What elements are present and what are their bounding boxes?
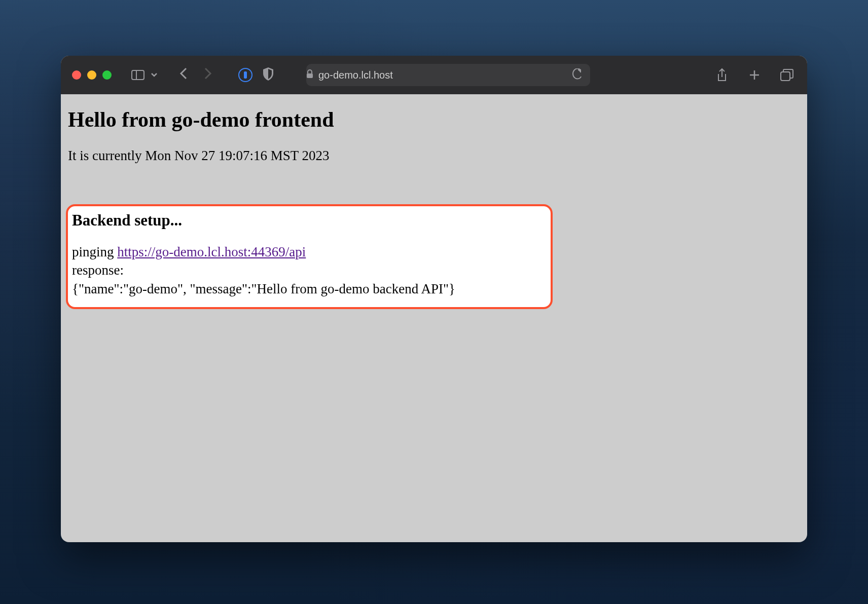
timestamp-value: Mon Nov 27 19:07:16 MST 2023 [145, 148, 329, 163]
response-label: response: [72, 261, 547, 279]
onepassword-extension-icon[interactable] [238, 68, 252, 82]
back-button[interactable] [176, 66, 191, 84]
svg-rect-6 [781, 72, 790, 81]
page-content: Hello from go-demo frontend It is curren… [61, 94, 807, 322]
svg-rect-0 [132, 70, 144, 80]
response-body: {"name":"go-demo", "message":"Hello from… [72, 280, 547, 298]
new-tab-button[interactable] [745, 66, 764, 84]
timestamp-prefix: It is currently [68, 148, 145, 163]
close-window-button[interactable] [72, 70, 81, 80]
forward-button[interactable] [201, 66, 215, 84]
page-title: Hello from go-demo frontend [68, 107, 800, 132]
address-bar[interactable]: go-demo.lcl.host [306, 64, 590, 86]
sidebar-toggle-group [129, 66, 159, 84]
extension-icons [238, 67, 274, 83]
ping-prefix: pinging [72, 244, 117, 259]
browser-toolbar: go-demo.lcl.host [61, 56, 807, 94]
zoom-window-button[interactable] [102, 70, 112, 80]
toolbar-right-icons [713, 66, 796, 84]
timestamp-line: It is currently Mon Nov 27 19:07:16 MST … [68, 148, 800, 164]
lock-icon [306, 69, 313, 81]
reload-button[interactable] [572, 68, 582, 82]
window-controls [72, 70, 112, 80]
backend-body: pinging https://go-demo.lcl.host:44369/a… [72, 243, 547, 298]
share-button[interactable] [713, 66, 731, 84]
chevron-down-icon[interactable] [149, 66, 159, 84]
backend-heading: Backend setup... [72, 211, 547, 230]
minimize-window-button[interactable] [87, 70, 96, 80]
privacy-shield-icon[interactable] [263, 67, 274, 83]
ping-line: pinging https://go-demo.lcl.host:44369/a… [72, 243, 547, 261]
safari-browser-window: go-demo.lcl.host [61, 56, 807, 542]
sidebar-toggle-button[interactable] [129, 66, 147, 84]
api-url-link[interactable]: https://go-demo.lcl.host:44369/api [117, 244, 306, 259]
svg-rect-2 [307, 73, 313, 78]
url-text: go-demo.lcl.host [318, 69, 393, 81]
backend-highlight-box: Backend setup... pinging https://go-demo… [66, 204, 553, 309]
navigation-arrows [176, 66, 215, 84]
tabs-overview-button[interactable] [778, 66, 796, 84]
